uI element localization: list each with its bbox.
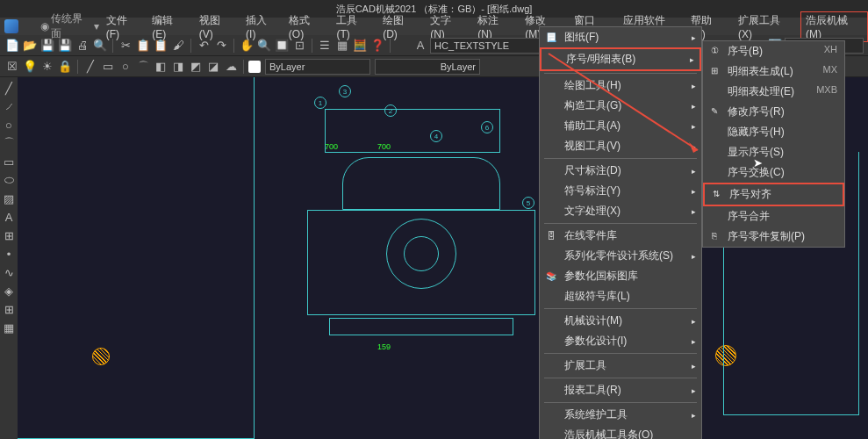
sub-seqalign[interactable]: ⇅序号对齐	[703, 183, 844, 206]
menu-series[interactable]: 系列化零件设计系统(S)	[540, 246, 701, 266]
menu-texttool[interactable]: 文字处理(X)	[540, 201, 701, 221]
side-line-icon[interactable]: ╱	[1, 80, 17, 96]
save-icon[interactable]: 💾	[39, 38, 55, 54]
seq-icon: ①	[708, 44, 721, 56]
menu-mechdesign[interactable]: 机械设计(M)	[540, 311, 701, 331]
line-icon[interactable]: ╱	[82, 59, 98, 75]
paint-icon[interactable]: 🖌	[170, 38, 186, 54]
balloon-5: 5	[522, 197, 534, 209]
side-ellipse-icon[interactable]: ⬭	[1, 172, 17, 188]
side-hatch-icon[interactable]: ▨	[1, 191, 17, 206]
side-rect-icon[interactable]: ▭	[1, 154, 17, 169]
text-icon[interactable]: A	[412, 38, 428, 54]
menu-symtool[interactable]: 符号标注(Y)	[540, 181, 701, 201]
lib-icon: 📚	[545, 270, 557, 283]
zoomwin-icon[interactable]: 🔲	[274, 38, 290, 54]
side-point-icon[interactable]: •	[1, 246, 17, 262]
side-spline-icon[interactable]: ∿	[1, 264, 17, 280]
menu-reporttool[interactable]: 报表工具(R)	[540, 380, 701, 400]
checkmark-icon: ◉	[40, 20, 49, 32]
table-icon[interactable]: ▦	[334, 38, 350, 54]
cut-icon[interactable]: ✂	[118, 38, 133, 54]
mouse-cursor-icon: ➤	[753, 156, 763, 169]
cloud-icon[interactable]: ☁	[223, 59, 239, 75]
sub-partcopy[interactable]: ⎘序号零件复制(P)	[703, 227, 844, 247]
mech-dropdown-menu: 📃图纸(F) 序号/明细表(B) 绘图工具(H) 构造工具(G) 辅助工具(A)…	[539, 26, 702, 439]
menu-partslib[interactable]: 🗄在线零件库	[540, 226, 701, 246]
side-insert-icon[interactable]: ⊞	[1, 227, 17, 243]
open-icon[interactable]: 📂	[22, 38, 38, 54]
menu-viewtool[interactable]: 视图工具(V)	[540, 136, 701, 156]
side-region-icon[interactable]: ◈	[1, 283, 17, 299]
sub-seqmerge[interactable]: 序号合并	[703, 206, 844, 227]
layer-icon[interactable]: ☒	[4, 59, 20, 75]
menu-paramdesign[interactable]: 参数化设计(I)	[540, 331, 701, 351]
menu-bar: ◉ 传统界面 ▾ 文件(F) 编辑(E) 视图(V) 插入(I) 格式(O) 工…	[0, 18, 868, 35]
app-logo-icon[interactable]	[4, 19, 18, 33]
sun-icon[interactable]: ☀	[39, 59, 55, 75]
help-icon[interactable]: ❓	[369, 38, 385, 54]
balloon-1: 1	[314, 97, 326, 109]
shade-icon[interactable]: ◩	[188, 59, 204, 75]
edit-icon: ✎	[708, 104, 721, 117]
menu-mechtooladd[interactable]: 浩辰机械工具条(O)	[540, 425, 701, 439]
side-tools: ╱ ⟋ ○ ⌒ ▭ ⬭ ▨ A ⊞ • ∿ ◈ ⊞ ▦	[0, 77, 18, 439]
sub-hideseq[interactable]: 隐藏序号(H)	[703, 122, 844, 142]
copy2-icon: ⎘	[708, 229, 721, 241]
db-icon: 🗄	[545, 230, 557, 242]
balloon-6: 6	[481, 121, 493, 133]
table-icon: ⊞	[708, 64, 721, 76]
preview-icon[interactable]: 🔍	[92, 38, 108, 54]
sub-seqswap[interactable]: 序号交换(C)	[703, 162, 844, 183]
side-more-icon[interactable]: ▦	[1, 320, 17, 335]
render-icon[interactable]: ◪	[205, 59, 221, 75]
sub-showseq[interactable]: 显示序号(S)	[703, 142, 844, 162]
calc-icon[interactable]: 🧮	[352, 38, 368, 54]
rect-icon[interactable]: ▭	[100, 59, 116, 75]
dropdown-icon: ▾	[94, 20, 99, 32]
new-icon[interactable]: 📄	[4, 38, 20, 54]
side-arc-icon[interactable]: ⌒	[1, 135, 17, 151]
color-swatch[interactable]	[248, 61, 261, 73]
menu-paramlib[interactable]: 📚参数化国标图库	[540, 266, 701, 286]
paste-icon[interactable]: 📋	[153, 38, 169, 54]
copy-icon[interactable]: 📋	[135, 38, 151, 54]
zoomext-icon[interactable]: ⊡	[291, 38, 307, 54]
menu-sheet[interactable]: 📃图纸(F)	[540, 27, 701, 47]
props-icon[interactable]: ☰	[317, 38, 333, 54]
sub-modseq[interactable]: ✎修改序号(R)	[703, 102, 844, 122]
menu-auxtool[interactable]: 辅助工具(A)	[540, 116, 701, 136]
view3d-icon[interactable]: ◨	[170, 59, 186, 75]
menu-sysmaint[interactable]: 系统维护工具	[540, 405, 701, 425]
textstyle-dropdown[interactable]: HC_TEXTSTYLE	[430, 38, 544, 54]
circle-icon[interactable]: ○	[118, 59, 133, 75]
menu-drawtool[interactable]: 绘图工具(H)	[540, 76, 701, 96]
menu-superlib[interactable]: 超级符号库(L)	[540, 286, 701, 306]
side-text-icon[interactable]: A	[1, 209, 17, 225]
cube-icon[interactable]: ◧	[153, 59, 169, 75]
balloon-4: 4	[430, 130, 442, 142]
redo-icon[interactable]: ↷	[213, 38, 229, 54]
menu-consttool[interactable]: 构造工具(G)	[540, 96, 701, 116]
menu-bom[interactable]: 序号/明细表(B)	[540, 47, 701, 71]
sub-bomproc[interactable]: 明细表处理(E)MXB	[703, 82, 844, 102]
pan-icon[interactable]: ✋	[239, 38, 255, 54]
lock-icon[interactable]: 🔒	[57, 59, 73, 75]
linetype-dropdown[interactable]: ByLayer	[375, 59, 480, 75]
light-icon[interactable]: 💡	[22, 59, 38, 75]
sub-seqnum[interactable]: ①序号(B)XH	[703, 41, 844, 61]
align-icon: ⇅	[710, 187, 722, 199]
menu-dimtool[interactable]: 尺寸标注(D)	[540, 161, 701, 181]
menu-exttool[interactable]: 扩展工具	[540, 356, 701, 376]
arc-icon[interactable]: ⌒	[135, 59, 151, 75]
saveall-icon[interactable]: 💾	[57, 38, 73, 54]
side-pline-icon[interactable]: ⟋	[1, 98, 17, 114]
balloon-3: 3	[339, 85, 351, 97]
layer-dropdown[interactable]: ByLayer	[265, 59, 370, 75]
print-icon[interactable]: 🖨	[75, 38, 90, 54]
undo-icon[interactable]: ↶	[196, 38, 212, 54]
sub-bomgen[interactable]: ⊞明细表生成(L)MX	[703, 61, 844, 82]
side-circle-icon[interactable]: ○	[1, 117, 17, 133]
zoom-icon[interactable]: 🔍	[256, 38, 272, 54]
side-table-icon[interactable]: ⊞	[1, 301, 17, 317]
